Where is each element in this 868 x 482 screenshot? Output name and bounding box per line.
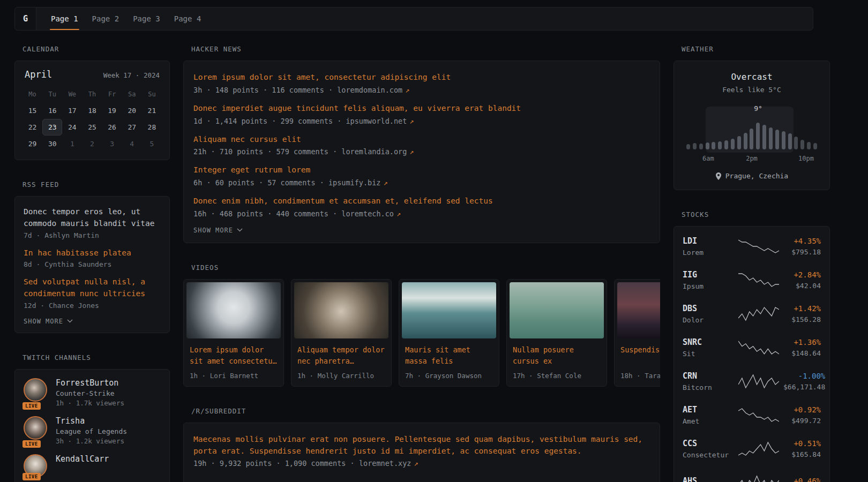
video-meta: 7h · Grayson Dawson — [405, 372, 493, 380]
news-item-meta: 3h · 148 points · 116 commentsloremdomai… — [193, 86, 650, 94]
stock-row[interactable]: AET Amet +0.92% $499.72 — [674, 398, 829, 432]
news-item-domain[interactable]: ipsumworld.net — [346, 117, 407, 125]
video-title[interactable]: Nullam posuere cursus ex — [513, 344, 601, 367]
video-thumbnail[interactable] — [510, 282, 604, 338]
video-card[interactable]: Lorem ipsum dolor sit amet consectetu… 1… — [183, 279, 284, 387]
news-item-title[interactable]: Integer eget rutrum lorem — [193, 164, 650, 176]
page-tab[interactable]: Page 2 — [85, 7, 126, 30]
page-tab[interactable]: Page 4 — [167, 7, 208, 30]
video-card[interactable]: Suspendisse diam 18h · Tara — [614, 279, 660, 387]
middle-column: Hacker News Lorem ipsum dolor sit amet, … — [183, 45, 660, 482]
avatar-wrap: LIVE — [24, 378, 48, 407]
subreddit-widget-title: /r/subreddit — [191, 407, 660, 415]
page-tabs: Page 1 Page 2 Page 3 Page 4 — [44, 7, 208, 30]
weather-hour-bar — [807, 142, 811, 149]
news-item: Lorem ipsum dolor sit amet, consectetur … — [193, 72, 650, 94]
calendar-date[interactable]: 1 — [62, 135, 82, 152]
weather-hour-bar — [744, 133, 747, 149]
news-item-title[interactable]: Donec enim nibh, condimentum et accumsan… — [193, 195, 650, 207]
stock-sparkline — [738, 475, 779, 482]
rss-item-title[interactable]: Donec tempor eros leo, ut commodo mauris… — [24, 206, 161, 230]
video-thumbnail[interactable] — [294, 282, 388, 338]
video-card[interactable]: Aliquam tempor dolor nec pharetra… 1h · … — [291, 279, 392, 387]
video-title[interactable]: Mauris sit amet massa felis — [405, 344, 493, 367]
channel-name[interactable]: ForrestBurton — [56, 378, 124, 388]
channel-info: ForrestBurton Counter-Strike 1h · 1.7k v… — [56, 378, 124, 407]
calendar-date[interactable]: 28 — [142, 119, 162, 135]
weather-widget: Weather Overcast Feels like 5°C 9° 6am2p… — [674, 45, 830, 190]
app-logo[interactable]: G — [15, 7, 36, 30]
hacker-news-widget-title: Hacker News — [191, 45, 660, 53]
calendar-date[interactable]: 4 — [122, 135, 142, 152]
twitch-channel[interactable]: LIVE KendallCarr — [24, 454, 161, 478]
hacker-news-card: Lorem ipsum dolor sit amet, consectetur … — [183, 61, 660, 243]
stock-name: Lorem — [683, 248, 734, 257]
calendar-date[interactable]: 3 — [102, 135, 122, 152]
page-tab[interactable]: Page 1 — [44, 7, 85, 30]
calendar-date[interactable]: 17 — [62, 102, 82, 119]
video-thumbnail[interactable] — [186, 282, 281, 338]
stock-row[interactable]: CCS Consectetur +0.51% $165.84 — [674, 432, 829, 465]
video-title[interactable]: Lorem ipsum dolor sit amet consectetu… — [190, 344, 278, 367]
news-item-domain[interactable]: ipsumify.biz — [328, 178, 381, 187]
stock-row[interactable]: DBS Dolor +1.42% $156.28 — [674, 297, 829, 330]
video-card[interactable]: Mauris sit amet massa felis 7h · Grayson… — [399, 279, 499, 387]
video-thumbnail[interactable] — [617, 282, 660, 338]
subreddit-post-title[interactable]: Maecenas mollis pulvinar erat non posuer… — [193, 434, 650, 457]
rss-show-more-button[interactable]: SHOW MORE — [24, 318, 73, 325]
rss-item-title[interactable]: In hac habitasse platea — [24, 247, 161, 259]
stock-values: +1.36% $148.64 — [783, 338, 821, 357]
video-card[interactable]: Nullam posuere cursus ex 17h · Stefan Co… — [506, 279, 607, 387]
news-item-meta: 1d · 1,414 points · 299 commentsipsumwor… — [193, 117, 650, 125]
stock-symbol: CRN — [683, 371, 734, 381]
channel-name[interactable]: KendallCarr — [56, 454, 109, 464]
video-title[interactable]: Suspendisse diam — [620, 344, 660, 367]
twitch-channel[interactable]: LIVE Trisha League of Legends 3h · 1.2k … — [24, 416, 161, 445]
calendar-date[interactable]: 22 — [23, 119, 42, 135]
stock-row[interactable]: IIG Ipsum +2.84% $42.04 — [674, 263, 829, 297]
news-item-domain[interactable]: loremlandia.org — [341, 147, 407, 156]
hacker-news-show-more-button[interactable]: SHOW MORE — [193, 227, 243, 234]
calendar-date[interactable]: 19 — [102, 102, 122, 119]
news-item-domain[interactable]: loremdomain.com — [337, 86, 402, 94]
news-item-domain[interactable]: loremtech.co — [341, 209, 394, 218]
video-meta: 1h · Lori Barnett — [190, 372, 278, 380]
calendar-date[interactable]: 23 — [42, 119, 62, 135]
video-thumbnail[interactable] — [402, 282, 496, 338]
subreddit-post-stats: 19h · 9,932 points · 1,090 comments — [193, 459, 359, 468]
calendar-date[interactable]: 30 — [42, 135, 62, 152]
news-item-title[interactable]: Donec imperdiet augue tincidunt felis al… — [193, 103, 650, 115]
calendar-date[interactable]: 2 — [82, 135, 102, 152]
page-tab[interactable]: Page 3 — [126, 7, 167, 30]
calendar-date[interactable]: 25 — [82, 119, 102, 135]
calendar-date[interactable]: 29 — [23, 135, 42, 152]
weather-location-text: Prague, Czechia — [725, 172, 788, 180]
video-list: Lorem ipsum dolor sit amet consectetu… 1… — [183, 279, 660, 387]
channel-meta: 3h · 1.2k viewers — [56, 437, 127, 445]
news-item-title[interactable]: Lorem ipsum dolor sit amet, consectetur … — [193, 72, 650, 84]
twitch-channel[interactable]: LIVE ForrestBurton Counter-Strike 1h · 1… — [24, 378, 161, 407]
subreddit-post-domain[interactable]: loremnet.xyz — [359, 459, 411, 468]
calendar-date[interactable]: 15 — [23, 102, 42, 119]
calendar-date[interactable]: 27 — [122, 119, 142, 135]
video-title[interactable]: Aliquam tempor dolor nec pharetra… — [297, 344, 385, 367]
stock-row[interactable]: AHS +0.46% — [674, 465, 829, 482]
stock-row[interactable]: LDI Lorem +4.35% $795.18 — [674, 229, 829, 263]
calendar-date[interactable]: 21 — [142, 102, 162, 119]
calendar-date[interactable]: 26 — [102, 119, 122, 135]
video-body: Suspendisse diam 18h · Tara — [615, 341, 660, 386]
stock-sparkline — [738, 373, 779, 389]
calendar-date[interactable]: 24 — [62, 119, 82, 135]
rss-item-title[interactable]: Sed volutpat nulla nisl, a condimentum n… — [24, 276, 161, 300]
stock-row[interactable]: SNRC Sit +1.36% $148.64 — [674, 330, 829, 364]
calendar-date[interactable]: 5 — [142, 135, 162, 152]
stock-values: -1.00% $66,171.48 — [783, 372, 825, 391]
rss-item-meta: 8d · Cynthia Saunders — [24, 260, 161, 268]
stock-symbol: SNRC — [683, 337, 734, 347]
calendar-date[interactable]: 20 — [122, 102, 142, 119]
calendar-date[interactable]: 18 — [82, 102, 102, 119]
stock-row[interactable]: CRN Bitcorn -1.00% $66,171.48 — [674, 364, 829, 398]
news-item-title[interactable]: Aliquam nec cursus elit — [193, 134, 650, 146]
calendar-date[interactable]: 16 — [42, 102, 62, 119]
channel-name[interactable]: Trisha — [56, 416, 127, 426]
